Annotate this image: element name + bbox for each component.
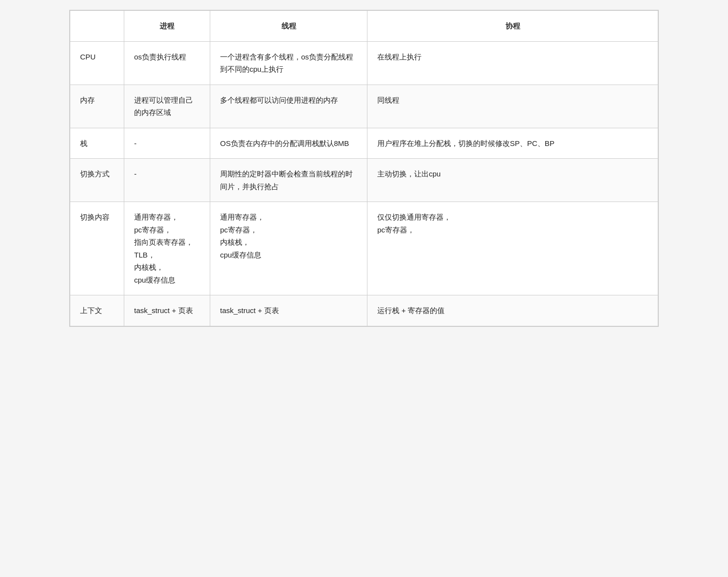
row-thread: task_struct + 页表 <box>210 295 367 326</box>
row-label: 上下文 <box>70 295 124 326</box>
row-process: 通用寄存器， pc寄存器， 指向页表寄存器， TLB， 内核栈， cpu缓存信息 <box>124 202 210 295</box>
table-row: 切换内容通用寄存器， pc寄存器， 指向页表寄存器， TLB， 内核栈， cpu… <box>70 202 658 295</box>
row-thread: 周期性的定时器中断会检查当前线程的时间片，并执行抢占 <box>210 159 367 202</box>
header-coroutine: 协程 <box>367 11 658 42</box>
row-coroutine: 同线程 <box>367 85 658 128</box>
row-process: task_struct + 页表 <box>124 295 210 326</box>
row-process: 进程可以管理自己的内存区域 <box>124 85 210 128</box>
table-row: 上下文task_struct + 页表task_struct + 页表运行栈 +… <box>70 295 658 326</box>
row-coroutine: 主动切换，让出cpu <box>367 159 658 202</box>
table-row: 栈-OS负责在内存中的分配调用栈默认8MB用户程序在堆上分配栈，切换的时候修改S… <box>70 128 658 159</box>
row-label: CPU <box>70 41 124 85</box>
row-coroutine: 在线程上执行 <box>367 41 658 85</box>
table-row: 内存进程可以管理自己的内存区域多个线程都可以访问使用进程的内存同线程 <box>70 85 658 128</box>
row-thread: 多个线程都可以访问使用进程的内存 <box>210 85 367 128</box>
table-row: 切换方式-周期性的定时器中断会检查当前线程的时间片，并执行抢占主动切换，让出cp… <box>70 159 658 202</box>
row-label: 切换方式 <box>70 159 124 202</box>
row-coroutine: 运行栈 + 寄存器的值 <box>367 295 658 326</box>
table-row: CPUos负责执行线程一个进程含有多个线程，os负责分配线程到不同的cpu上执行… <box>70 41 658 85</box>
row-process: os负责执行线程 <box>124 41 210 85</box>
row-label: 栈 <box>70 128 124 159</box>
row-thread: 一个进程含有多个线程，os负责分配线程到不同的cpu上执行 <box>210 41 367 85</box>
row-thread: 通用寄存器， pc寄存器， 内核栈， cpu缓存信息 <box>210 202 367 295</box>
comparison-table: 进程 线程 协程 CPUos负责执行线程一个进程含有多个线程，os负责分配线程到… <box>69 10 659 327</box>
header-label <box>70 11 124 42</box>
header-thread: 线程 <box>210 11 367 42</box>
row-label: 切换内容 <box>70 202 124 295</box>
row-process: - <box>124 159 210 202</box>
row-coroutine: 仅仅切换通用寄存器， pc寄存器， <box>367 202 658 295</box>
row-coroutine: 用户程序在堆上分配栈，切换的时候修改SP、PC、BP <box>367 128 658 159</box>
row-label: 内存 <box>70 85 124 128</box>
header-process: 进程 <box>124 11 210 42</box>
row-thread: OS负责在内存中的分配调用栈默认8MB <box>210 128 367 159</box>
row-process: - <box>124 128 210 159</box>
